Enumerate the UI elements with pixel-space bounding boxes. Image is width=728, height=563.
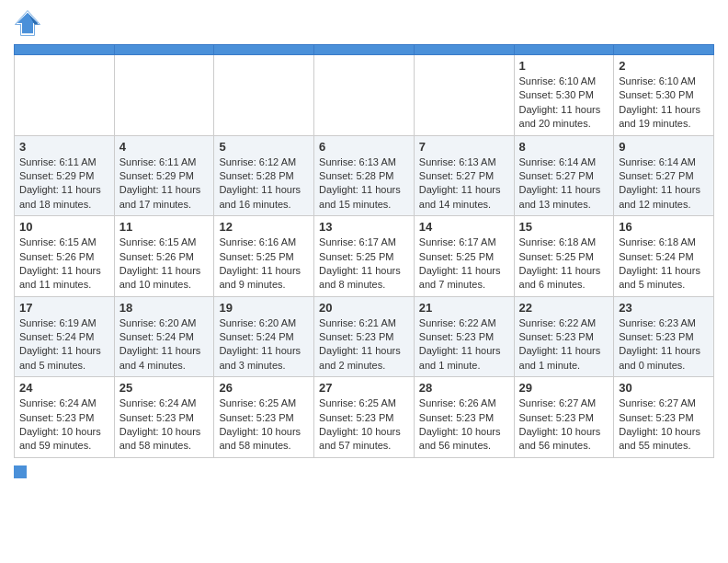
day-number: 4 [119,140,210,154]
table-row: 22Sunrise: 6:22 AM Sunset: 5:23 PM Dayli… [514,296,614,377]
day-number: 28 [419,381,509,395]
table-row: 25Sunrise: 6:24 AM Sunset: 5:23 PM Dayli… [114,377,214,458]
calendar-week-row: 1Sunrise: 6:10 AM Sunset: 5:30 PM Daylig… [15,55,714,136]
table-row [15,55,115,136]
day-info: Sunrise: 6:10 AM Sunset: 5:30 PM Dayligh… [619,75,709,132]
table-row: 4Sunrise: 6:11 AM Sunset: 5:29 PM Daylig… [114,135,214,216]
day-number: 2 [619,59,709,73]
day-number: 7 [419,140,509,154]
table-row [214,55,314,136]
table-row: 24Sunrise: 6:24 AM Sunset: 5:23 PM Dayli… [15,377,115,458]
day-number: 17 [19,301,109,315]
day-number: 5 [219,140,309,154]
day-number: 22 [519,301,609,315]
table-row: 18Sunrise: 6:20 AM Sunset: 5:24 PM Dayli… [114,296,214,377]
table-row: 14Sunrise: 6:17 AM Sunset: 5:25 PM Dayli… [414,216,514,297]
day-number: 11 [119,220,210,234]
day-number: 15 [519,220,609,234]
col-thursday [414,45,514,55]
day-info: Sunrise: 6:26 AM Sunset: 5:23 PM Dayligh… [419,396,509,454]
table-row: 17Sunrise: 6:19 AM Sunset: 5:24 PM Dayli… [15,296,115,377]
day-number: 3 [19,140,109,154]
col-tuesday [214,45,314,55]
table-row: 29Sunrise: 6:27 AM Sunset: 5:23 PM Dayli… [514,377,614,458]
day-info: Sunrise: 6:27 AM Sunset: 5:23 PM Dayligh… [619,396,709,454]
day-number: 16 [619,220,709,234]
legend [14,465,714,478]
table-row: 8Sunrise: 6:14 AM Sunset: 5:27 PM Daylig… [514,135,614,216]
legend-color-box [14,465,27,478]
table-row: 9Sunrise: 6:14 AM Sunset: 5:27 PM Daylig… [614,135,714,216]
day-info: Sunrise: 6:24 AM Sunset: 5:23 PM Dayligh… [19,396,109,454]
col-saturday [614,45,714,55]
day-number: 13 [319,220,409,234]
day-number: 9 [619,140,709,154]
day-info: Sunrise: 6:14 AM Sunset: 5:27 PM Dayligh… [619,155,709,213]
logo-icon [14,9,41,37]
table-row: 6Sunrise: 6:13 AM Sunset: 5:28 PM Daylig… [314,135,415,216]
day-info: Sunrise: 6:10 AM Sunset: 5:30 PM Dayligh… [519,75,609,132]
day-number: 21 [419,301,509,315]
day-number: 24 [19,381,109,395]
day-info: Sunrise: 6:22 AM Sunset: 5:23 PM Dayligh… [519,316,609,373]
day-info: Sunrise: 6:12 AM Sunset: 5:28 PM Dayligh… [219,155,309,213]
day-number: 29 [519,381,609,395]
day-number: 8 [519,140,609,154]
day-info: Sunrise: 6:14 AM Sunset: 5:27 PM Dayligh… [519,155,609,213]
day-info: Sunrise: 6:11 AM Sunset: 5:29 PM Dayligh… [119,155,210,213]
day-number: 19 [219,301,309,315]
day-info: Sunrise: 6:13 AM Sunset: 5:27 PM Dayligh… [419,155,509,213]
day-number: 18 [119,301,210,315]
day-info: Sunrise: 6:18 AM Sunset: 5:24 PM Dayligh… [619,236,709,293]
calendar-table: 1Sunrise: 6:10 AM Sunset: 5:30 PM Daylig… [14,44,714,458]
table-row: 7Sunrise: 6:13 AM Sunset: 5:27 PM Daylig… [414,135,514,216]
col-monday [114,45,214,55]
col-friday [514,45,614,55]
page: 1Sunrise: 6:10 AM Sunset: 5:30 PM Daylig… [0,0,728,488]
day-number: 20 [319,301,409,315]
table-row: 23Sunrise: 6:23 AM Sunset: 5:23 PM Dayli… [614,296,714,377]
day-number: 14 [419,220,509,234]
calendar-week-row: 24Sunrise: 6:24 AM Sunset: 5:23 PM Dayli… [15,377,714,458]
col-sunday [15,45,115,55]
day-info: Sunrise: 6:16 AM Sunset: 5:25 PM Dayligh… [219,236,309,293]
calendar-header-row [15,45,714,55]
header [14,9,714,37]
day-number: 6 [319,140,409,154]
table-row: 16Sunrise: 6:18 AM Sunset: 5:24 PM Dayli… [614,216,714,297]
table-row: 10Sunrise: 6:15 AM Sunset: 5:26 PM Dayli… [15,216,115,297]
table-row [414,55,514,136]
table-row: 15Sunrise: 6:18 AM Sunset: 5:25 PM Dayli… [514,216,614,297]
day-info: Sunrise: 6:24 AM Sunset: 5:23 PM Dayligh… [119,396,210,454]
table-row [114,55,214,136]
day-info: Sunrise: 6:18 AM Sunset: 5:25 PM Dayligh… [519,236,609,293]
table-row: 21Sunrise: 6:22 AM Sunset: 5:23 PM Dayli… [414,296,514,377]
calendar-week-row: 17Sunrise: 6:19 AM Sunset: 5:24 PM Dayli… [15,296,714,377]
table-row [314,55,415,136]
day-info: Sunrise: 6:15 AM Sunset: 5:26 PM Dayligh… [19,236,109,293]
day-number: 10 [19,220,109,234]
col-wednesday [314,45,415,55]
day-number: 30 [619,381,709,395]
table-row: 3Sunrise: 6:11 AM Sunset: 5:29 PM Daylig… [15,135,115,216]
calendar-week-row: 3Sunrise: 6:11 AM Sunset: 5:29 PM Daylig… [15,135,714,216]
table-row: 26Sunrise: 6:25 AM Sunset: 5:23 PM Dayli… [214,377,314,458]
day-info: Sunrise: 6:25 AM Sunset: 5:23 PM Dayligh… [219,396,309,454]
table-row: 11Sunrise: 6:15 AM Sunset: 5:26 PM Dayli… [114,216,214,297]
day-info: Sunrise: 6:23 AM Sunset: 5:23 PM Dayligh… [619,316,709,373]
day-info: Sunrise: 6:27 AM Sunset: 5:23 PM Dayligh… [519,396,609,454]
table-row: 1Sunrise: 6:10 AM Sunset: 5:30 PM Daylig… [514,55,614,136]
table-row: 28Sunrise: 6:26 AM Sunset: 5:23 PM Dayli… [414,377,514,458]
table-row: 27Sunrise: 6:25 AM Sunset: 5:23 PM Dayli… [314,377,415,458]
table-row: 19Sunrise: 6:20 AM Sunset: 5:24 PM Dayli… [214,296,314,377]
day-info: Sunrise: 6:22 AM Sunset: 5:23 PM Dayligh… [419,316,509,373]
calendar-week-row: 10Sunrise: 6:15 AM Sunset: 5:26 PM Dayli… [15,216,714,297]
day-info: Sunrise: 6:20 AM Sunset: 5:24 PM Dayligh… [219,316,309,373]
day-info: Sunrise: 6:20 AM Sunset: 5:24 PM Dayligh… [119,316,210,373]
day-info: Sunrise: 6:15 AM Sunset: 5:26 PM Dayligh… [119,236,210,293]
day-number: 26 [219,381,309,395]
day-info: Sunrise: 6:13 AM Sunset: 5:28 PM Dayligh… [319,155,409,213]
table-row: 13Sunrise: 6:17 AM Sunset: 5:25 PM Dayli… [314,216,415,297]
table-row: 30Sunrise: 6:27 AM Sunset: 5:23 PM Dayli… [614,377,714,458]
day-info: Sunrise: 6:25 AM Sunset: 5:23 PM Dayligh… [319,396,409,454]
